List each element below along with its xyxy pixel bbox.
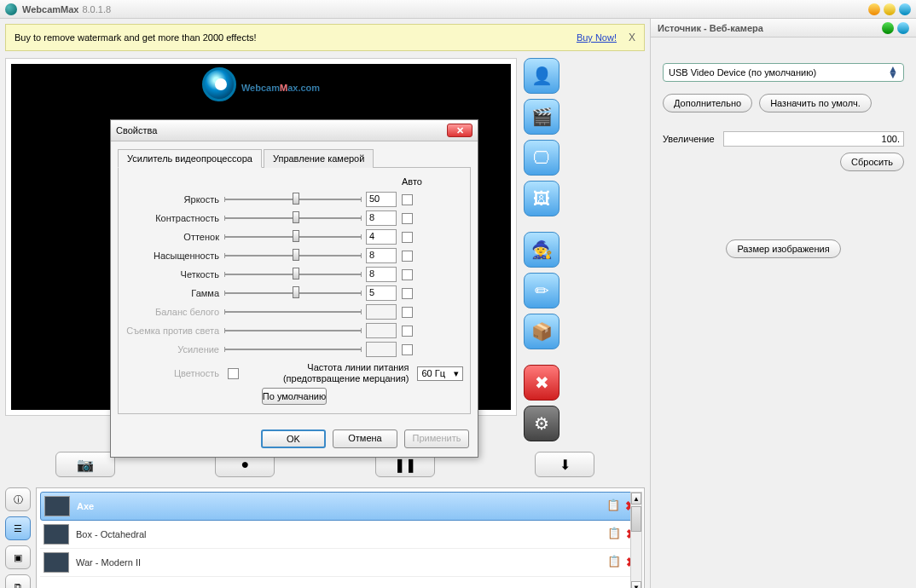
- slider-thumb[interactable]: [293, 268, 299, 280]
- advanced-button[interactable]: Дополнительно: [663, 94, 752, 112]
- set-default-button[interactable]: Назначить по умолч.: [759, 94, 872, 112]
- right-panel-title: Источник - Веб-камера: [651, 19, 916, 37]
- prop-value: [366, 342, 397, 357]
- app-name: WebcamMax: [22, 4, 78, 14]
- snapshot-button[interactable]: 📷: [55, 452, 115, 477]
- prop-slider[interactable]: [224, 192, 361, 207]
- clipboard-icon[interactable]: 📋: [607, 555, 621, 570]
- settings-gear-icon[interactable]: ⚙: [524, 406, 559, 441]
- auto-checkbox[interactable]: [402, 344, 413, 355]
- effect-scrollbar[interactable]: ▲ ▼: [630, 492, 642, 588]
- source-screen-icon[interactable]: 🖵: [524, 140, 559, 176]
- source-video-icon[interactable]: 🎬: [524, 99, 559, 135]
- effect-name: War - Modern II: [76, 557, 600, 568]
- clipboard-icon[interactable]: 📋: [606, 499, 620, 514]
- buy-now-link[interactable]: Buy Now!: [577, 32, 617, 43]
- prop-value[interactable]: 8: [366, 248, 397, 263]
- prop-slider: [224, 323, 361, 338]
- effects-draw-icon[interactable]: ✏: [524, 273, 559, 308]
- prop-value[interactable]: 8: [366, 210, 397, 226]
- effects-wizard-icon[interactable]: 🧙: [524, 232, 559, 268]
- prop-label: Съемка против света: [125, 326, 219, 336]
- prop-label: Усиление: [125, 344, 219, 355]
- effect-item[interactable]: Box - Octahedral 📋 ✖: [40, 521, 641, 549]
- rp-icon-1[interactable]: [882, 22, 894, 34]
- auto-checkbox[interactable]: [402, 326, 413, 337]
- prop-slider[interactable]: [224, 285, 361, 301]
- zoom-label: Увеличение: [663, 134, 715, 144]
- prop-label: Насыщенность: [125, 251, 219, 261]
- promo-close-icon[interactable]: X: [629, 32, 635, 43]
- prop-value: [366, 304, 397, 320]
- effects-package-icon[interactable]: 📦: [524, 314, 559, 349]
- auto-checkbox[interactable]: [402, 288, 413, 299]
- auto-checkbox[interactable]: [402, 213, 413, 224]
- default-button[interactable]: По умолчанию: [262, 388, 327, 405]
- color-checkbox[interactable]: [228, 368, 239, 379]
- cancel-button[interactable]: Отмена: [333, 429, 397, 448]
- auto-checkbox[interactable]: [402, 251, 413, 262]
- tab-camera-control[interactable]: Управление камерой: [264, 149, 374, 168]
- scroll-thumb[interactable]: [631, 506, 641, 532]
- cancel-button-icon[interactable]: ✖: [524, 365, 559, 401]
- ok-button[interactable]: OK: [261, 429, 326, 448]
- prop-value[interactable]: 50: [366, 192, 397, 207]
- select-arrows-icon: ▲▼: [888, 66, 898, 78]
- auto-checkbox[interactable]: [402, 194, 413, 205]
- rp-icon-2[interactable]: [897, 22, 909, 34]
- tab-video-proc[interactable]: Усилитель видеопроцессора: [118, 149, 262, 168]
- download-button[interactable]: ⬇: [535, 452, 594, 477]
- effect-category-tabs: ⓘ ☰ ▣ ⧉: [5, 487, 31, 588]
- effect-name: Axe: [77, 501, 600, 511]
- tab-list-icon[interactable]: ☰: [5, 516, 31, 540]
- titlebar-button-2[interactable]: [884, 3, 896, 15]
- prop-label: Яркость: [125, 194, 219, 205]
- prop-value[interactable]: 4: [366, 229, 397, 245]
- auto-checkbox[interactable]: [402, 307, 413, 318]
- scroll-down-icon[interactable]: ▼: [631, 581, 641, 588]
- tab-film-icon[interactable]: ⧉: [5, 574, 31, 588]
- scroll-up-icon[interactable]: ▲: [631, 493, 641, 504]
- prop-slider[interactable]: [224, 229, 361, 245]
- effect-item[interactable]: War - Modern II 📋 ✖: [40, 549, 641, 577]
- prop-value[interactable]: 5: [366, 285, 397, 301]
- prop-slider: [224, 342, 361, 357]
- image-size-button[interactable]: Размер изображения: [726, 239, 840, 258]
- prop-label: Баланс белого: [125, 307, 219, 317]
- prop-label: Оттенок: [125, 232, 219, 242]
- tab-info-icon[interactable]: ⓘ: [5, 487, 31, 511]
- reset-button[interactable]: Сбросить: [840, 153, 904, 171]
- zoom-input[interactable]: [723, 131, 904, 147]
- brand-banner: WebcamMax.com: [11, 67, 511, 101]
- effect-thumb: [44, 496, 70, 516]
- slider-thumb[interactable]: [293, 193, 299, 205]
- effect-item[interactable]: Axe 📋 ✖: [40, 492, 641, 521]
- apply-button[interactable]: Применить: [404, 429, 469, 448]
- dialog-close-icon[interactable]: ✕: [447, 124, 472, 137]
- slider-thumb[interactable]: [293, 230, 299, 242]
- slider-thumb[interactable]: [293, 286, 299, 298]
- auto-checkbox[interactable]: [402, 232, 413, 243]
- freq-select[interactable]: 60 Гц▾: [417, 366, 463, 381]
- freq-label: Частота линии питания (предотвращение ме…: [251, 362, 409, 384]
- prop-label: Гамма: [125, 288, 219, 298]
- prop-slider[interactable]: [224, 248, 361, 263]
- device-select[interactable]: USB Video Device (по умолчанию) ▲▼: [663, 63, 904, 82]
- auto-checkbox[interactable]: [402, 269, 413, 280]
- promo-bar: Buy to remove watermark and get more tha…: [5, 24, 645, 51]
- slider-thumb[interactable]: [293, 211, 299, 223]
- source-person-icon[interactable]: 👤: [524, 58, 559, 94]
- promo-text: Buy to remove watermark and get more tha…: [14, 32, 257, 43]
- slider-thumb[interactable]: [293, 249, 299, 261]
- clipboard-icon[interactable]: 📋: [607, 527, 621, 542]
- tab-frame-icon[interactable]: ▣: [5, 545, 31, 569]
- titlebar-button-1[interactable]: [868, 3, 880, 15]
- dialog-title: Свойства: [116, 125, 157, 135]
- prop-slider[interactable]: [224, 210, 361, 226]
- prop-slider[interactable]: [224, 267, 361, 282]
- color-label: Цветность: [125, 368, 219, 378]
- prop-value[interactable]: 8: [366, 267, 397, 282]
- titlebar-button-3[interactable]: [899, 3, 911, 15]
- dialog-titlebar[interactable]: Свойства ✕: [111, 120, 478, 141]
- source-picture-icon[interactable]: 🖼: [524, 181, 559, 216]
